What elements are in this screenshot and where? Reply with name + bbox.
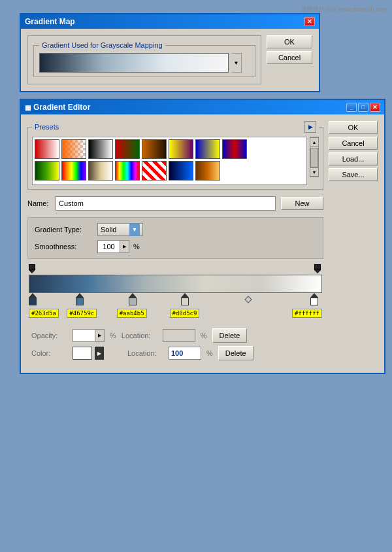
midpoint-diamond[interactable] [246, 295, 251, 302]
ge-cancel-button[interactable]: Cancel [329, 137, 378, 150]
smoothness-label: Smoothness: [35, 243, 93, 250]
ge-ok-button[interactable]: OK [329, 121, 378, 134]
watermark: 思锋设计论坛 www.missyun.com [301, 5, 387, 14]
gradient-used-legend: Gradient Used for Grayscale Mapping [39, 41, 165, 49]
presets-row-2 [35, 161, 304, 181]
smoothness-spin-button[interactable]: ▶ [120, 240, 129, 253]
preset-swatch-10[interactable] [61, 161, 86, 181]
gradient-map-cancel-button[interactable]: Cancel [267, 51, 312, 64]
ge-save-button[interactable]: Save... [329, 168, 378, 181]
color-label-0: #263d5a [29, 309, 59, 318]
color-stop-52[interactable] [181, 293, 189, 305]
presets-row-1 [35, 139, 304, 159]
opacity-value-input[interactable] [73, 329, 95, 342]
name-input[interactable] [56, 196, 276, 211]
location-color-input[interactable] [169, 347, 201, 360]
gradient-map-win-controls: ✕ [304, 17, 315, 26]
ge-load-button[interactable]: Load... [329, 152, 378, 165]
color-label-16: #46759c [67, 309, 97, 318]
scroll-up-arrow[interactable]: ▲ [310, 137, 319, 147]
preset-swatch-1[interactable] [35, 139, 59, 159]
preset-swatch-7[interactable] [195, 139, 220, 159]
name-label: Name: [27, 199, 50, 207]
gradient-type-label: Gradient Type: [35, 226, 93, 233]
scroll-down-arrow[interactable]: ▼ [310, 167, 319, 177]
gradient-type-select[interactable]: Solid ▼ [97, 223, 143, 236]
color-stop-0[interactable] [29, 293, 37, 305]
opacity-bottom-label: Opacity: [31, 332, 67, 339]
new-button[interactable]: New [281, 197, 323, 210]
location-color-label: Location: [127, 349, 163, 357]
gradient-map-dropdown-button[interactable]: ▼ [231, 53, 242, 73]
color-delete-button[interactable]: Delete [218, 346, 253, 360]
preset-swatch-5[interactable] [142, 139, 167, 159]
opacity-stop-right[interactable] [314, 264, 321, 273]
presets-label: Presets [35, 123, 59, 131]
color-stop-35[interactable] [129, 293, 137, 305]
color-label-35: #aab4b5 [117, 309, 147, 318]
preset-swatch-11[interactable] [88, 161, 113, 181]
opacity-stop-left[interactable] [29, 264, 35, 273]
presets-scrollbar[interactable]: ▲ ▼ [310, 137, 319, 177]
main-gradient-bar[interactable] [29, 275, 322, 293]
gradient-map-title: Gradient Map [25, 17, 75, 26]
color-stop-100[interactable] [310, 293, 318, 305]
scroll-thumb[interactable] [310, 148, 318, 167]
gradient-editor-title: Gradient Editor [33, 103, 90, 112]
location-color-percent: % [206, 349, 213, 357]
color-label-100: #ffffff [292, 309, 322, 318]
preset-swatch-3[interactable] [88, 139, 113, 159]
gradient-map-title-bar: Gradient Map ✕ [21, 14, 319, 29]
gradient-type-dropdown-arrow[interactable]: ▼ [129, 223, 140, 236]
gradient-map-preview-bar [39, 53, 229, 73]
preset-swatch-14[interactable] [169, 161, 193, 181]
smoothness-input[interactable] [97, 240, 120, 253]
preset-swatch-2[interactable] [61, 139, 86, 159]
smoothness-percent: % [133, 243, 140, 250]
location-opacity-input[interactable] [163, 329, 195, 342]
preset-swatch-8[interactable] [222, 139, 247, 159]
gradient-editor-win-controls: _ □ ✕ [346, 103, 380, 112]
color-swatch-row: ▶ [73, 347, 104, 360]
gradient-editor-dialog: ▦ Gradient Editor _ □ ✕ Presets ▶ [20, 99, 385, 374]
opacity-delete-button[interactable]: Delete [212, 328, 248, 343]
gradient-map-ok-button[interactable]: OK [267, 35, 312, 48]
preset-swatch-4[interactable] [115, 139, 140, 159]
gradient-map-close-button[interactable]: ✕ [304, 17, 315, 26]
preset-swatch-15[interactable] [195, 161, 220, 181]
color-swatch-box[interactable] [73, 347, 92, 360]
location-opacity-percent: % [201, 332, 207, 339]
preset-swatch-13[interactable] [142, 161, 167, 181]
location-opacity-label: Location: [122, 332, 157, 339]
color-bottom-label: Color: [31, 349, 67, 357]
color-stop-16[interactable] [76, 293, 84, 305]
gradient-editor-title-bar: ▦ Gradient Editor _ □ ✕ [21, 100, 384, 114]
gradient-editor-close-button[interactable]: ✕ [370, 103, 380, 112]
color-label-52: #d8d5c9 [170, 309, 200, 318]
opacity-percent-label: % [110, 332, 116, 339]
gradient-editor-maximize-button[interactable]: □ [358, 103, 368, 112]
presets-nav-button[interactable]: ▶ [304, 121, 316, 133]
preset-swatch-12[interactable] [115, 161, 140, 181]
gradient-editor-minimize-button[interactable]: _ [346, 103, 357, 112]
color-dropdown-arrow[interactable]: ▶ [95, 347, 104, 360]
preset-swatch-9[interactable] [35, 161, 59, 181]
gradient-icon: ▦ [25, 104, 31, 111]
gradient-map-dialog: Gradient Map ✕ Gradient Used for Graysca… [20, 13, 320, 92]
opacity-spin-button[interactable]: ▶ [95, 329, 105, 342]
preset-swatch-6[interactable] [169, 139, 193, 159]
